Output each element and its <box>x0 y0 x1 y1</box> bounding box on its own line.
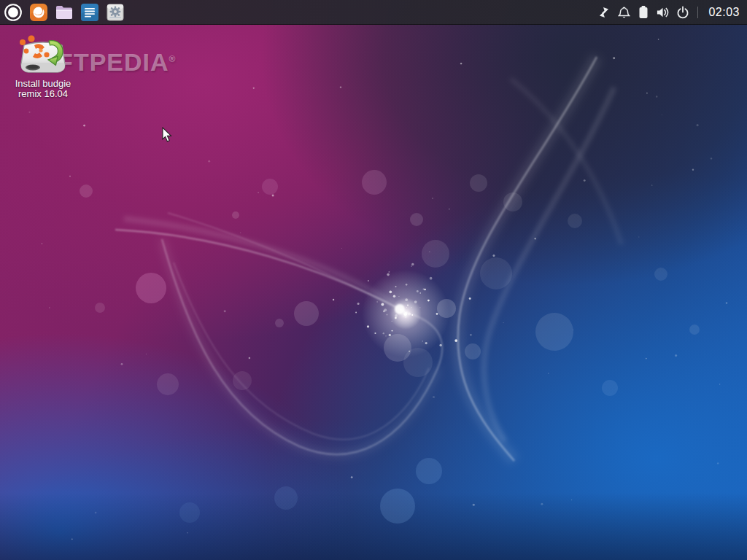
installer-drive-icon <box>17 35 69 77</box>
text-editor-launcher[interactable] <box>80 3 99 22</box>
panel-clock[interactable]: 02:03 <box>705 6 740 19</box>
desktop-screen: SOFTPEDIA® <box>0 0 747 560</box>
power-icon <box>676 6 689 19</box>
files-launcher[interactable] <box>55 3 74 22</box>
budgie-menu-button[interactable] <box>4 3 23 22</box>
top-panel: 02:03 <box>0 0 747 25</box>
panel-launchers <box>0 3 125 22</box>
bell-icon <box>618 6 630 19</box>
network-indicator[interactable] <box>597 4 611 21</box>
text-list-icon <box>81 4 98 21</box>
battery-indicator[interactable] <box>636 4 651 21</box>
power-button[interactable] <box>676 4 690 21</box>
settings-launcher[interactable] <box>106 3 125 22</box>
installer-icon-label: Install budgie remix 16.04 <box>15 79 71 99</box>
budgie-menu-icon <box>4 1 23 23</box>
installer-label-line1: Install budgie <box>15 79 71 89</box>
notifications-indicator[interactable] <box>616 4 631 21</box>
registered-mark: ® <box>169 54 177 64</box>
volume-indicator[interactable] <box>656 4 670 21</box>
firefox-icon <box>30 4 47 21</box>
installer-label-line2: remix 16.04 <box>15 89 71 99</box>
files-folder-icon <box>55 4 73 20</box>
settings-gear-icon <box>107 4 124 21</box>
panel-tray: 02:03 <box>597 4 747 21</box>
firefox-launcher[interactable] <box>29 3 48 22</box>
install-budgie-remix-desktop-icon[interactable]: Install budgie remix 16.04 <box>4 35 82 99</box>
panel-separator <box>697 7 698 18</box>
network-arrows-icon <box>597 6 611 19</box>
battery-icon <box>638 5 649 19</box>
volume-icon <box>656 6 670 19</box>
swirl-ribbon-right <box>458 57 622 461</box>
wallpaper-effects <box>0 0 747 560</box>
